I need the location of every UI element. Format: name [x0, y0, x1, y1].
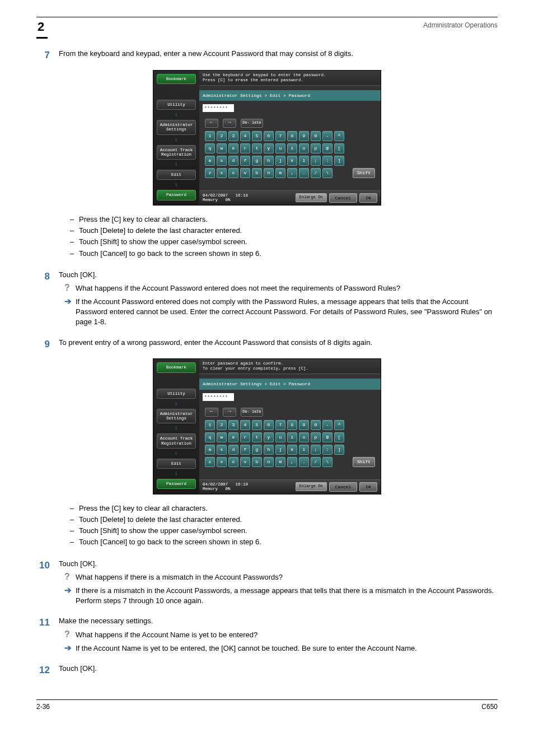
key-g[interactable]: g: [252, 445, 262, 455]
key-.[interactable]: .: [299, 457, 309, 467]
key-:[interactable]: :: [322, 156, 332, 166]
key-x[interactable]: x: [217, 457, 227, 467]
key-x[interactable]: x: [217, 168, 227, 178]
key-/[interactable]: /: [311, 457, 321, 467]
account-track-button[interactable]: Account Track Registration: [157, 433, 196, 449]
key-z[interactable]: z: [205, 457, 215, 467]
key-\[interactable]: \: [322, 168, 332, 178]
key-][interactable]: ]: [334, 156, 344, 166]
key-.[interactable]: .: [299, 168, 309, 178]
key-5[interactable]: 5: [252, 131, 262, 141]
key-h[interactable]: h: [264, 156, 274, 166]
arrow-right-key[interactable]: →: [223, 119, 236, 128]
key-k[interactable]: k: [287, 445, 297, 455]
key-5[interactable]: 5: [252, 420, 262, 430]
key-i[interactable]: i: [287, 432, 297, 442]
delete-key[interactable]: De- lete: [241, 408, 263, 417]
edit-button[interactable]: Edit: [157, 170, 196, 180]
key-u[interactable]: u: [275, 432, 285, 442]
ok-button[interactable]: OK: [359, 482, 377, 492]
key-j[interactable]: j: [275, 156, 285, 166]
key-c[interactable]: c: [228, 168, 238, 178]
key-r[interactable]: r: [240, 432, 250, 442]
bookmark-button[interactable]: Bookmark: [157, 74, 196, 84]
key-r[interactable]: r: [240, 143, 250, 153]
ok-button[interactable]: OK: [359, 193, 377, 203]
key-3[interactable]: 3: [228, 420, 238, 430]
key-[[interactable]: [: [334, 432, 344, 442]
password-field[interactable]: ********: [203, 104, 234, 112]
key-w[interactable]: w: [217, 143, 227, 153]
key-w[interactable]: w: [217, 432, 227, 442]
key-0[interactable]: 0: [311, 420, 321, 430]
key-p[interactable]: p: [311, 143, 321, 153]
key-d[interactable]: d: [228, 156, 238, 166]
key-8[interactable]: 8: [287, 420, 297, 430]
arrow-right-key[interactable]: →: [223, 408, 236, 417]
key-p[interactable]: p: [311, 432, 321, 442]
key-4[interactable]: 4: [240, 420, 250, 430]
key-k[interactable]: k: [287, 156, 297, 166]
key-][interactable]: ]: [334, 445, 344, 455]
key-m[interactable]: m: [275, 168, 285, 178]
key-e[interactable]: e: [228, 432, 238, 442]
key-h[interactable]: h: [264, 445, 274, 455]
key-c[interactable]: c: [228, 457, 238, 467]
key-y[interactable]: y: [264, 432, 274, 442]
admin-settings-button[interactable]: Administrator Settings: [157, 409, 196, 424]
key-3[interactable]: 3: [228, 131, 238, 141]
key-9[interactable]: 9: [299, 131, 309, 141]
key-^[interactable]: ^: [334, 131, 344, 141]
key-v[interactable]: v: [240, 168, 250, 178]
password-button[interactable]: Password: [157, 190, 196, 200]
shift-key[interactable]: Shift: [353, 457, 375, 467]
key-b[interactable]: b: [252, 168, 262, 178]
key-s[interactable]: s: [217, 156, 227, 166]
account-track-button[interactable]: Account Track Registration: [157, 145, 196, 160]
password-field[interactable]: ********: [203, 393, 234, 401]
password-button[interactable]: Password: [157, 479, 196, 489]
key-[[interactable]: [: [334, 143, 344, 153]
key-q[interactable]: q: [205, 432, 215, 442]
key--[interactable]: -: [322, 131, 332, 141]
key-l[interactable]: l: [299, 156, 309, 166]
key-6[interactable]: 6: [264, 131, 274, 141]
key-j[interactable]: j: [275, 445, 285, 455]
utility-button[interactable]: Utility: [157, 100, 196, 110]
key-u[interactable]: u: [275, 143, 285, 153]
key-,[interactable]: ,: [287, 457, 297, 467]
key-8[interactable]: 8: [287, 131, 297, 141]
key-z[interactable]: z: [205, 168, 215, 178]
key-@[interactable]: @: [322, 432, 332, 442]
key-;[interactable]: ;: [311, 156, 321, 166]
cancel-button[interactable]: Cancel: [329, 193, 358, 203]
key-1[interactable]: 1: [205, 131, 215, 141]
key-1[interactable]: 1: [205, 420, 215, 430]
key-2[interactable]: 2: [217, 131, 227, 141]
key-f[interactable]: f: [240, 445, 250, 455]
key-t[interactable]: t: [252, 432, 262, 442]
key-n[interactable]: n: [264, 168, 274, 178]
utility-button[interactable]: Utility: [157, 389, 196, 399]
enlarge-button[interactable]: Enlarge On: [296, 193, 327, 202]
key-b[interactable]: b: [252, 457, 262, 467]
key-2[interactable]: 2: [217, 420, 227, 430]
bookmark-button[interactable]: Bookmark: [157, 362, 196, 372]
key-v[interactable]: v: [240, 457, 250, 467]
key-0[interactable]: 0: [311, 131, 321, 141]
key-a[interactable]: a: [205, 156, 215, 166]
key-q[interactable]: q: [205, 143, 215, 153]
key-s[interactable]: s: [217, 445, 227, 455]
key-6[interactable]: 6: [264, 420, 274, 430]
edit-button[interactable]: Edit: [157, 459, 196, 469]
key-^[interactable]: ^: [334, 420, 344, 430]
key-\[interactable]: \: [322, 457, 332, 467]
key-7[interactable]: 7: [275, 420, 285, 430]
key-y[interactable]: y: [264, 143, 274, 153]
key-9[interactable]: 9: [299, 420, 309, 430]
arrow-left-key[interactable]: ←: [205, 408, 218, 417]
arrow-left-key[interactable]: ←: [205, 119, 218, 128]
key-4[interactable]: 4: [240, 131, 250, 141]
key-n[interactable]: n: [264, 457, 274, 467]
key-7[interactable]: 7: [275, 131, 285, 141]
